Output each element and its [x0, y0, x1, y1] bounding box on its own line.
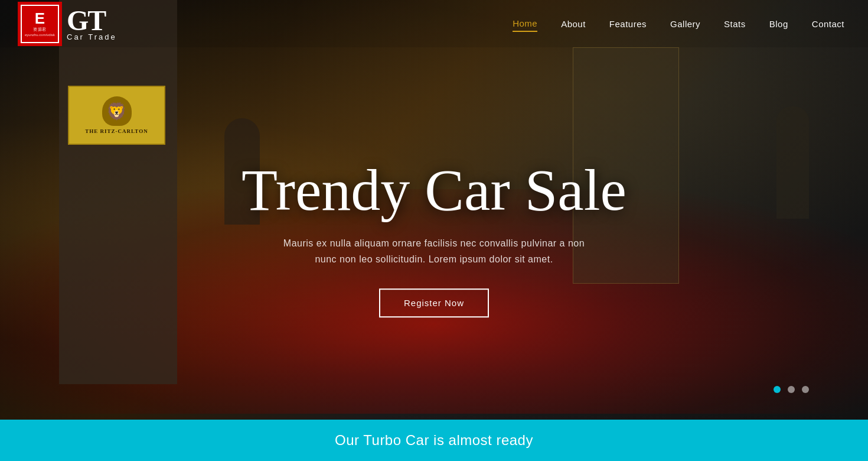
slider-dot-2[interactable] — [788, 386, 795, 393]
ritz-carlton-sign: THE RITZ-CARLTON — [68, 86, 165, 145]
register-now-button[interactable]: Register Now — [379, 289, 489, 318]
logo-area: E 资源君 eyunzhu.com/vdisk GT Car Trade — [18, 2, 117, 46]
slider-dots — [774, 386, 809, 393]
slider-dot-3[interactable] — [802, 386, 809, 393]
bottom-banner: Our Turbo Car is almost ready — [0, 420, 868, 461]
logo-badge-inner: E 资源君 eyunzhu.com/vdisk — [21, 5, 59, 43]
hero-title: Trendy Car Sale — [168, 159, 700, 221]
logo-sub: 资源君 — [33, 27, 47, 33]
person-silhouette-right — [776, 106, 809, 219]
logo-letter: E — [35, 11, 45, 26]
logo-url: eyunzhu.com/vdisk — [25, 33, 55, 37]
logo-sub-text: Car Trade — [67, 33, 117, 41]
ritz-carlton-text: THE RITZ-CARLTON — [85, 128, 148, 134]
logo-main-text: GT — [67, 7, 117, 35]
ritz-lion-logo — [102, 96, 132, 126]
logo-badge: E 资源君 eyunzhu.com/vdisk — [18, 2, 62, 46]
nav-home[interactable]: Home — [513, 16, 537, 32]
bottom-banner-text: Our Turbo Car is almost ready — [335, 432, 533, 449]
nav-contact[interactable]: Contact — [812, 17, 844, 31]
nav-about[interactable]: About — [561, 17, 586, 31]
logo-text-area: GT Car Trade — [67, 7, 117, 41]
nav-links: Home About Features Gallery Stats Blog C… — [513, 16, 844, 32]
nav-blog[interactable]: Blog — [769, 17, 788, 31]
hero-section: THE RITZ-CARLTON E 资源君 eyunzhu.com/vdisk… — [0, 0, 868, 461]
nav-stats[interactable]: Stats — [724, 17, 746, 31]
hero-content: Trendy Car Sale Mauris ex nulla aliquam … — [168, 159, 700, 317]
navbar: E 资源君 eyunzhu.com/vdisk GT Car Trade Hom… — [0, 0, 868, 47]
nav-features[interactable]: Features — [609, 17, 647, 31]
slider-dot-1[interactable] — [774, 386, 781, 393]
building-left — [59, 0, 177, 384]
hero-subtitle: Mauris ex nulla aliquam ornare facilisis… — [168, 235, 700, 267]
nav-gallery[interactable]: Gallery — [670, 17, 700, 31]
